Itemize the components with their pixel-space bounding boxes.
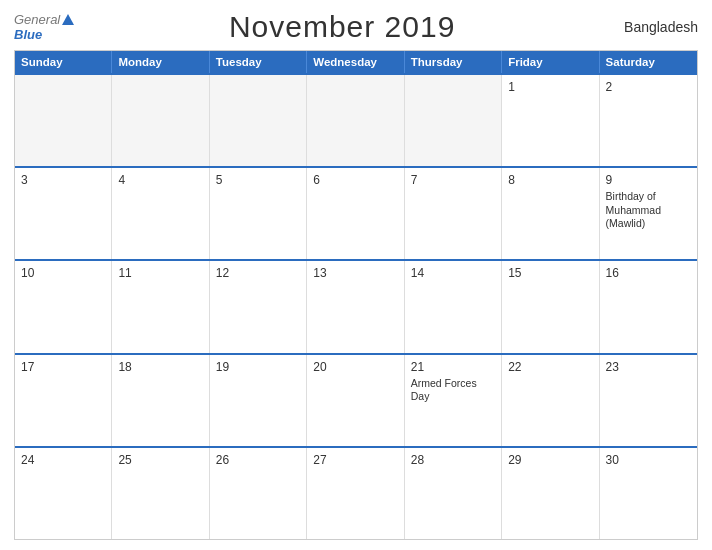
calendar-event: Armed Forces Day [411,377,495,404]
calendar-row: 24252627282930 [15,446,697,539]
day-number: 6 [313,173,397,187]
day-number: 3 [21,173,105,187]
calendar-cell: 30 [600,448,697,539]
day-number: 13 [313,266,397,280]
logo-general-text: General [14,12,60,27]
calendar-cell: 1 [502,75,599,166]
logo-blue-text: Blue [14,27,42,42]
calendar-cell: 8 [502,168,599,259]
day-number: 8 [508,173,592,187]
page-title: November 2019 [229,10,455,44]
calendar-cell [307,75,404,166]
calendar-cell: 5 [210,168,307,259]
calendar-cell: 9Birthday of Muhammad (Mawlid) [600,168,697,259]
calendar-cell: 16 [600,261,697,352]
day-number: 30 [606,453,691,467]
calendar-cell [405,75,502,166]
calendar-cell: 20 [307,355,404,446]
calendar-cell: 6 [307,168,404,259]
weekday-header: Friday [502,51,599,73]
calendar-page: General Blue November 2019 Bangladesh Su… [0,0,712,550]
calendar-cell: 19 [210,355,307,446]
day-number: 23 [606,360,691,374]
calendar-cell: 12 [210,261,307,352]
weekday-header: Wednesday [307,51,404,73]
calendar-cell: 10 [15,261,112,352]
calendar-event: Birthday of Muhammad (Mawlid) [606,190,691,231]
calendar-cell: 22 [502,355,599,446]
calendar-cell: 13 [307,261,404,352]
day-number: 18 [118,360,202,374]
calendar-row: 12 [15,73,697,166]
calendar-cell: 11 [112,261,209,352]
calendar-cell: 14 [405,261,502,352]
day-number: 19 [216,360,300,374]
calendar-cell: 28 [405,448,502,539]
weekday-header: Tuesday [210,51,307,73]
calendar-cell: 15 [502,261,599,352]
day-number: 27 [313,453,397,467]
calendar-cell: 26 [210,448,307,539]
calendar-row: 3456789Birthday of Muhammad (Mawlid) [15,166,697,259]
weekday-header: Saturday [600,51,697,73]
day-number: 1 [508,80,592,94]
day-number: 29 [508,453,592,467]
day-number: 5 [216,173,300,187]
day-number: 10 [21,266,105,280]
day-number: 16 [606,266,691,280]
day-number: 7 [411,173,495,187]
day-number: 20 [313,360,397,374]
day-number: 28 [411,453,495,467]
calendar-cell: 4 [112,168,209,259]
day-number: 12 [216,266,300,280]
weekday-header: Monday [112,51,209,73]
calendar-cell: 27 [307,448,404,539]
day-number: 17 [21,360,105,374]
calendar-cell: 7 [405,168,502,259]
calendar-cell: 25 [112,448,209,539]
calendar-cell: 2 [600,75,697,166]
calendar-body: 123456789Birthday of Muhammad (Mawlid)10… [15,73,697,539]
weekday-header: Thursday [405,51,502,73]
calendar-cell: 29 [502,448,599,539]
calendar-cell: 18 [112,355,209,446]
calendar-header: SundayMondayTuesdayWednesdayThursdayFrid… [15,51,697,73]
calendar-cell: 17 [15,355,112,446]
day-number: 11 [118,266,202,280]
day-number: 15 [508,266,592,280]
day-number: 14 [411,266,495,280]
calendar-row: 10111213141516 [15,259,697,352]
calendar-cell [210,75,307,166]
day-number: 24 [21,453,105,467]
page-header: General Blue November 2019 Bangladesh [14,10,698,44]
calendar-cell: 24 [15,448,112,539]
calendar-row: 1718192021Armed Forces Day2223 [15,353,697,446]
day-number: 4 [118,173,202,187]
day-number: 25 [118,453,202,467]
day-number: 2 [606,80,691,94]
day-number: 22 [508,360,592,374]
calendar-cell: 21Armed Forces Day [405,355,502,446]
day-number: 26 [216,453,300,467]
calendar-cell [112,75,209,166]
calendar-cell: 3 [15,168,112,259]
weekday-header: Sunday [15,51,112,73]
country-label: Bangladesh [608,19,698,35]
calendar-cell [15,75,112,166]
logo: General Blue [14,12,76,42]
day-number: 9 [606,173,691,187]
calendar-grid: SundayMondayTuesdayWednesdayThursdayFrid… [14,50,698,540]
calendar-cell: 23 [600,355,697,446]
day-number: 21 [411,360,495,374]
logo-triangle-icon [62,14,74,25]
